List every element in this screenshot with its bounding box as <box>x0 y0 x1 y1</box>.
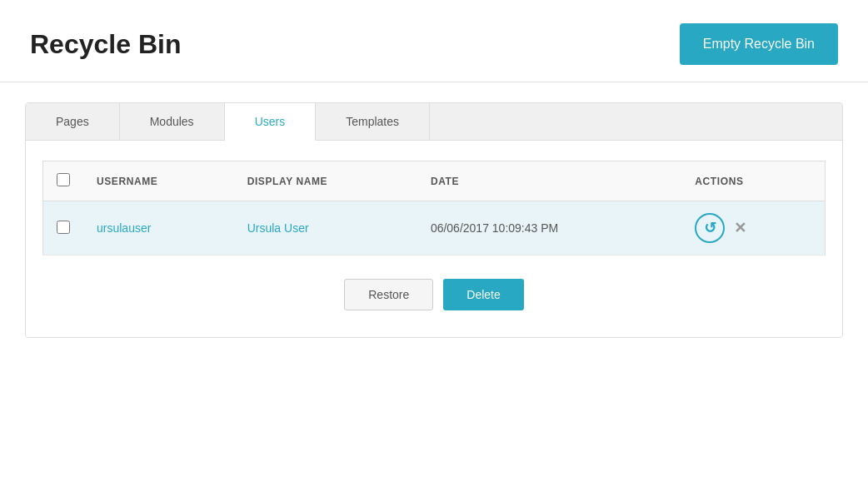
page-header: Recycle Bin Empty Recycle Bin <box>0 0 868 82</box>
tab-pages[interactable]: Pages <box>26 103 120 140</box>
row-checkbox[interactable] <box>57 221 70 234</box>
display-name-cell: Ursula User <box>234 201 417 255</box>
date-cell: 06/06/2017 10:09:43 PM <box>417 201 681 255</box>
column-header-actions: ACTIONS <box>681 161 825 201</box>
username-link[interactable]: ursulauser <box>97 221 151 235</box>
restore-row-button[interactable]: ↺ <box>695 213 725 243</box>
actions-cell: ↺ ✕ <box>681 201 825 255</box>
column-header-date: DATE <box>417 161 681 201</box>
tabs-bar: Pages Modules Users Templates <box>26 103 842 141</box>
tab-modules[interactable]: Modules <box>120 103 225 140</box>
main-content: Pages Modules Users Templates USERNAME <box>0 82 868 358</box>
column-header-username: USERNAME <box>83 161 234 201</box>
tab-users[interactable]: Users <box>225 103 317 141</box>
delete-button[interactable]: Delete <box>443 279 523 310</box>
content-card: Pages Modules Users Templates USERNAME <box>25 102 843 338</box>
table-row: ursulauser Ursula User 06/06/2017 10:09:… <box>43 201 826 255</box>
users-table: USERNAME DISPLAY NAME DATE ACTIONS <box>42 161 826 255</box>
bottom-actions: Restore Delete <box>42 279 826 317</box>
page-title: Recycle Bin <box>30 29 181 60</box>
page-wrapper: Recycle Bin Empty Recycle Bin Pages Modu… <box>0 0 868 501</box>
restore-button[interactable]: Restore <box>344 279 433 310</box>
date-value: 06/06/2017 10:09:43 PM <box>431 221 558 235</box>
tab-content-users: USERNAME DISPLAY NAME DATE ACTIONS <box>26 141 842 337</box>
username-cell: ursulauser <box>83 201 234 255</box>
select-all-checkbox[interactable] <box>57 173 70 186</box>
actions-container: ↺ ✕ <box>695 213 811 243</box>
table-header-row: USERNAME DISPLAY NAME DATE ACTIONS <box>43 161 826 201</box>
delete-row-button[interactable]: ✕ <box>728 216 751 240</box>
empty-recycle-bin-button[interactable]: Empty Recycle Bin <box>680 23 838 65</box>
row-checkbox-cell <box>43 201 84 255</box>
column-header-checkbox <box>43 161 84 201</box>
tab-templates[interactable]: Templates <box>316 103 430 140</box>
column-header-display-name: DISPLAY NAME <box>234 161 417 201</box>
display-name-value: Ursula User <box>247 221 309 235</box>
